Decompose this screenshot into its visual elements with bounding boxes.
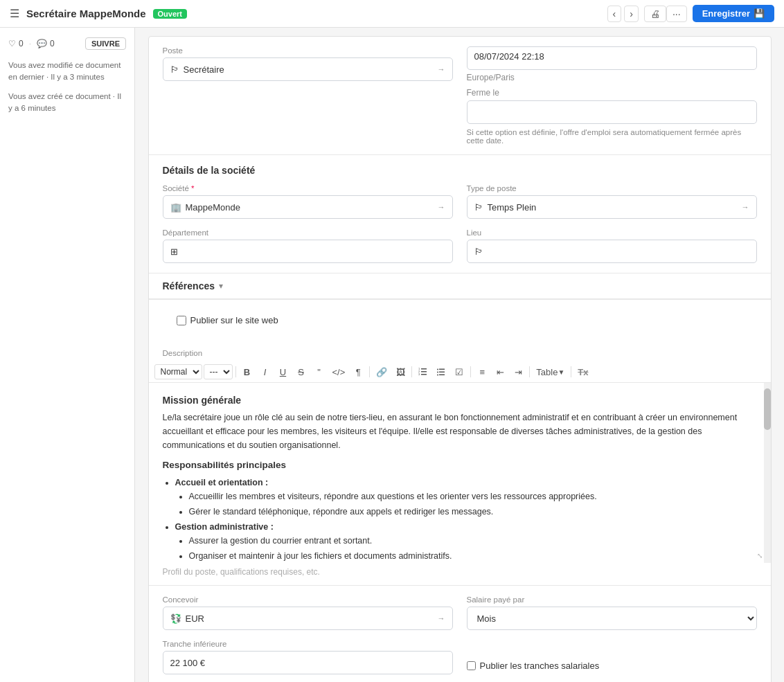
list-item-gestion: Gestion administrative : Assurer la gest… bbox=[175, 520, 757, 563]
poste-value: Secrétaire bbox=[184, 64, 224, 75]
poste-icon: 🏳 bbox=[170, 64, 179, 75]
publish-checkbox[interactable] bbox=[177, 316, 186, 325]
comment-count: 0 bbox=[50, 39, 55, 48]
publier-col: Publier les tranches salariales bbox=[467, 640, 757, 674]
societe-value: MappeMonde bbox=[186, 202, 241, 213]
sidebar-actions: ♡ 0 · 💬 0 SUIVRE bbox=[8, 37, 126, 50]
societe-section: Détails de la société Société * 🏢 MappeM… bbox=[149, 154, 771, 273]
image-button[interactable]: 🖼 bbox=[392, 365, 409, 379]
editor-scrollbar-thumb bbox=[764, 388, 771, 430]
lieu-col: Lieu 🏳 bbox=[467, 228, 757, 263]
paragraph-button[interactable]: ¶ bbox=[350, 365, 366, 379]
code-button[interactable]: </> bbox=[329, 365, 349, 379]
date-field[interactable]: 08/07/2024 22:18 bbox=[467, 46, 757, 70]
concevoir-arrow: → bbox=[438, 614, 445, 622]
editor-content-area[interactable]: Mission générale Le/la secrétaire joue u… bbox=[149, 383, 771, 563]
publish-row: Publier sur le site web bbox=[149, 299, 771, 341]
strike-button[interactable]: S bbox=[293, 365, 310, 379]
indent-button[interactable]: ⇥ bbox=[510, 365, 526, 379]
print-button[interactable]: 🖨 bbox=[644, 6, 666, 22]
align-button[interactable]: ≡ bbox=[474, 365, 490, 379]
publish-checkbox-label[interactable]: Publier sur le site web bbox=[163, 308, 757, 332]
toolbar-sep-4 bbox=[470, 366, 471, 377]
editor-scrollbar-track bbox=[764, 383, 771, 563]
lieu-label: Lieu bbox=[467, 228, 757, 237]
toolbar-sep-5 bbox=[529, 366, 530, 377]
publier-tranches-checkbox[interactable] bbox=[467, 661, 476, 670]
activity-log: Vous avez modifié ce document en dernier… bbox=[8, 60, 126, 114]
societe-col: Société * 🏢 MappeMonde → bbox=[163, 184, 453, 219]
editor-list: Accueil et orientation : Accueillir les … bbox=[163, 476, 757, 563]
societe-field[interactable]: 🏢 MappeMonde → bbox=[163, 195, 453, 219]
like-button[interactable]: ♡ 0 bbox=[8, 39, 24, 48]
heading-select[interactable]: --- bbox=[204, 364, 233, 379]
editor-list-gestion: Assurer la gestion du courrier entrant e… bbox=[175, 534, 757, 563]
svg-text:3: 3 bbox=[418, 373, 420, 376]
societe-label: Société * bbox=[163, 184, 453, 192]
checklist-button[interactable]: ☑ bbox=[451, 365, 467, 379]
underline-button[interactable]: U bbox=[275, 365, 292, 379]
outdent-button[interactable]: ⇤ bbox=[492, 365, 508, 379]
menu-icon[interactable]: ☰ bbox=[10, 7, 19, 20]
dept-field[interactable]: ⊞ bbox=[163, 240, 453, 263]
table-button[interactable]: Table ▼ bbox=[533, 365, 568, 379]
comment-icon: 💬 bbox=[37, 39, 47, 48]
editor-h3-resp: Responsabilités principales bbox=[163, 458, 757, 473]
svg-point-8 bbox=[437, 372, 438, 373]
heart-icon: ♡ bbox=[8, 39, 16, 48]
concevoir-field[interactable]: 💱 EUR → bbox=[163, 607, 453, 630]
svg-rect-0 bbox=[421, 368, 427, 370]
svg-rect-7 bbox=[439, 369, 445, 370]
more-button[interactable]: ··· bbox=[666, 6, 687, 22]
references-chevron[interactable]: ▾ bbox=[219, 281, 223, 291]
follow-button[interactable]: SUIVRE bbox=[85, 37, 126, 50]
clear-format-button[interactable]: Tx bbox=[574, 365, 591, 379]
list-item-gestion-2: Organiser et maintenir à jour les fichie… bbox=[189, 549, 757, 563]
publier-tranches-label[interactable]: Publier les tranches salariales bbox=[467, 661, 757, 671]
description-label: Description bbox=[149, 341, 771, 361]
type-poste-field[interactable]: 🏳 Temps Plein → bbox=[467, 195, 757, 219]
lieu-icon: 🏳 bbox=[474, 246, 483, 257]
page-title: Secrétaire MappeMonde bbox=[26, 8, 146, 19]
tranche-inf-col: Tranche inférieure bbox=[163, 640, 453, 674]
toolbar-sep-6 bbox=[571, 366, 571, 377]
list-item-accueil: Accueil et orientation : Accueillir les … bbox=[175, 476, 757, 519]
nav-prev-button[interactable]: ‹ bbox=[607, 6, 622, 22]
svg-point-10 bbox=[437, 375, 438, 376]
societe-section-title: Détails de la société bbox=[163, 165, 757, 176]
like-count: 0 bbox=[19, 39, 24, 48]
save-label: Enregistrer bbox=[702, 8, 750, 19]
svg-rect-11 bbox=[439, 375, 445, 376]
type-poste-col: Type de poste 🏳 Temps Plein → bbox=[467, 184, 757, 219]
poste-field[interactable]: 🏳 Secrétaire → bbox=[163, 57, 453, 81]
editor-p1: Le/la secrétaire joue un rôle clé au sei… bbox=[163, 411, 757, 452]
ul-button[interactable] bbox=[433, 365, 449, 379]
blockquote-button[interactable]: " bbox=[311, 365, 328, 379]
lieu-field[interactable]: 🏳 bbox=[467, 240, 757, 263]
save-button[interactable]: Enregistrer 💾 bbox=[693, 5, 774, 22]
comment-button[interactable]: 💬 0 bbox=[37, 39, 55, 48]
bold-button[interactable]: B bbox=[239, 365, 256, 379]
log-entry-1: Vous avez modifié ce document en dernier… bbox=[8, 60, 126, 84]
societe-icon: 🏢 bbox=[170, 202, 181, 213]
sidebar: ♡ 0 · 💬 0 SUIVRE Vous avez modifié ce do… bbox=[0, 28, 135, 682]
poste-col: Poste 🏳 Secrétaire → bbox=[163, 46, 453, 145]
italic-button[interactable]: I bbox=[257, 365, 274, 379]
ferme-field[interactable] bbox=[467, 100, 757, 124]
editor-toolbar: Normal --- B I U S " </> ¶ bbox=[149, 361, 771, 383]
style-select[interactable]: Normal bbox=[154, 364, 202, 379]
type-poste-icon: 🏳 bbox=[474, 202, 483, 213]
tranche-inf-input[interactable] bbox=[163, 651, 453, 674]
svg-rect-1 bbox=[421, 371, 427, 373]
concevoir-icon: 💱 bbox=[170, 613, 181, 624]
dept-label: Département bbox=[163, 228, 453, 237]
link-button[interactable]: 🔗 bbox=[373, 365, 391, 379]
editor-h2: Mission générale bbox=[163, 393, 757, 408]
salaire-paye-select[interactable]: Mois bbox=[467, 607, 757, 630]
dept-lieu-row: Département ⊞ Lieu 🏳 bbox=[163, 228, 757, 263]
header: ☰ Secrétaire MappeMonde Ouvert ‹ › 🖨 ···… bbox=[0, 0, 784, 28]
resize-handle[interactable]: ⤡ bbox=[757, 550, 763, 562]
ol-button[interactable]: 123 bbox=[415, 365, 431, 379]
publier-tranches-text: Publier les tranches salariales bbox=[480, 661, 600, 671]
nav-next-button[interactable]: › bbox=[624, 6, 639, 22]
